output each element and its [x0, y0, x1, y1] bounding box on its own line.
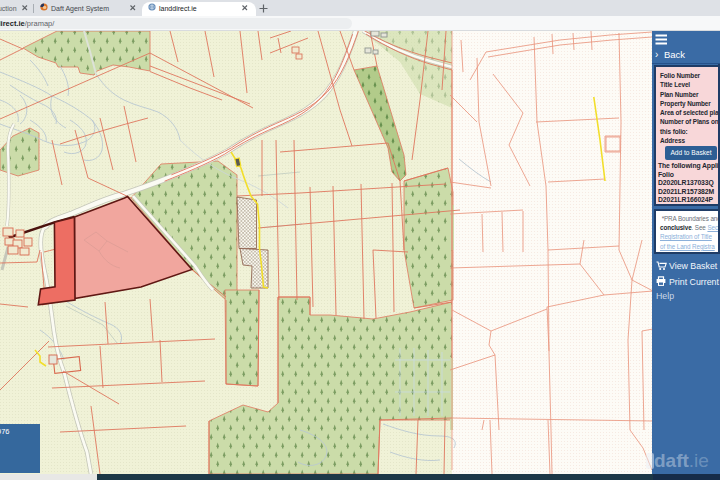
- svg-text:976: 976: [0, 427, 10, 436]
